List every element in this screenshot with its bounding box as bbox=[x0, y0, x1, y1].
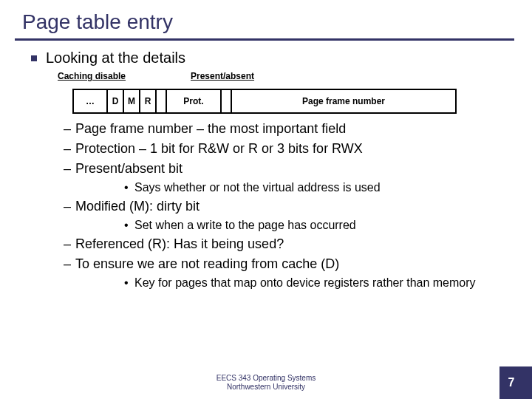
slide-title: Page table entry bbox=[22, 10, 532, 34]
cell-page-frame-number: Page frame number bbox=[232, 90, 455, 112]
footer-line1: EECS 343 Operating Systems bbox=[0, 374, 532, 383]
dash-bullet-icon: – bbox=[64, 236, 75, 252]
level3-list: • Key for pages that map onto device reg… bbox=[124, 276, 510, 290]
cell-m: M bbox=[124, 90, 140, 112]
level1-text: Looking at the details bbox=[46, 50, 185, 66]
level1-bullet: Looking at the details bbox=[31, 50, 510, 66]
list-text: Set when a write to the page has occurre… bbox=[134, 219, 356, 232]
list-item: • Set when a write to the page has occur… bbox=[124, 219, 510, 232]
square-bullet-icon bbox=[31, 55, 37, 61]
label-present-absent: Present/absent bbox=[191, 71, 254, 81]
footer: EECS 343 Operating Systems Northwestern … bbox=[0, 374, 532, 392]
list-text: Protection – 1 bit for R&W or R or 3 bit… bbox=[75, 141, 510, 157]
dash-bullet-icon: – bbox=[64, 141, 75, 157]
dot-bullet-icon: • bbox=[124, 276, 134, 290]
cell-ellipsis: … bbox=[74, 90, 108, 112]
dot-bullet-icon: • bbox=[124, 219, 134, 232]
list-item: – Present/absent bit bbox=[64, 161, 510, 177]
list-text: Modified (M): dirty bit bbox=[75, 199, 510, 214]
list-text: Present/absent bit bbox=[75, 161, 510, 177]
slide: Page table entry Looking at the details … bbox=[0, 0, 532, 399]
list-text: Key for pages that map onto device regis… bbox=[134, 276, 476, 290]
level3-list: • Says whether or not the virtual addres… bbox=[124, 181, 510, 194]
pte-diagram: … D M R Prot. Page frame number bbox=[72, 89, 457, 114]
list-item: – To ensure we are not reading from cach… bbox=[64, 256, 510, 272]
level2-list: – Page frame number – the most important… bbox=[64, 121, 510, 290]
content: Looking at the details Caching disable P… bbox=[0, 41, 532, 290]
cell-prot: Prot. bbox=[167, 90, 222, 112]
list-item: – Protection – 1 bit for R&W or R or 3 b… bbox=[64, 141, 510, 157]
dot-bullet-icon: • bbox=[124, 181, 134, 194]
page-number: 7 bbox=[502, 374, 520, 392]
cell-d: D bbox=[108, 90, 124, 112]
title-area: Page table entry bbox=[0, 0, 532, 34]
list-item: – Referenced (R): Has it being used? bbox=[64, 236, 510, 252]
list-item: – Page frame number – the most important… bbox=[64, 121, 510, 137]
list-item: • Says whether or not the virtual addres… bbox=[124, 181, 510, 194]
footer-line2: Northwestern University bbox=[0, 383, 532, 392]
dash-bullet-icon: – bbox=[64, 121, 75, 137]
cell-blank bbox=[222, 90, 232, 112]
list-text: Page frame number – the most important f… bbox=[75, 121, 510, 137]
diagram-labels: Caching disable Present/absent bbox=[58, 71, 510, 84]
list-item: • Key for pages that map onto device reg… bbox=[124, 276, 510, 290]
cell-present-absent bbox=[157, 90, 167, 112]
list-text: To ensure we are not reading from cache … bbox=[75, 256, 510, 272]
list-item: – Modified (M): dirty bit bbox=[64, 199, 510, 214]
list-text: Says whether or not the virtual address … bbox=[134, 181, 381, 194]
dash-bullet-icon: – bbox=[64, 161, 75, 177]
list-text: Referenced (R): Has it being used? bbox=[75, 236, 510, 252]
cell-r: R bbox=[140, 90, 157, 112]
level3-list: • Set when a write to the page has occur… bbox=[124, 219, 510, 232]
dash-bullet-icon: – bbox=[64, 256, 75, 272]
dash-bullet-icon: – bbox=[64, 199, 75, 214]
label-caching-disable: Caching disable bbox=[58, 71, 126, 81]
